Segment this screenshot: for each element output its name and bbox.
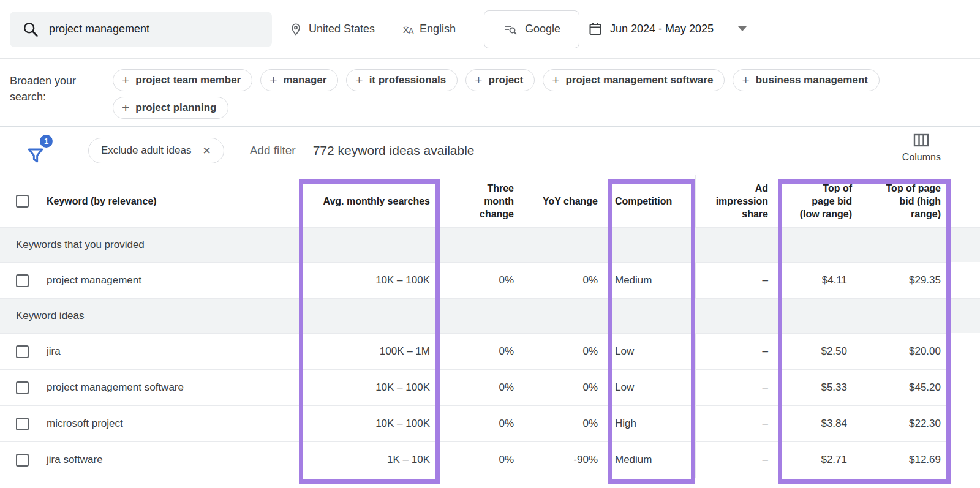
- columns-label: Columns: [902, 152, 941, 163]
- location-value: United States: [309, 23, 375, 36]
- ad-impression-share: –: [695, 406, 778, 441]
- header-top-bid-low[interactable]: Top of page bid (low range): [778, 175, 862, 227]
- yoy-change: 0%: [524, 406, 608, 441]
- ad-impression-share: –: [695, 442, 778, 478]
- row-checkbox[interactable]: [16, 345, 29, 358]
- three-month-change: 0%: [440, 370, 524, 405]
- avg-monthly-searches: 1K – 10K: [299, 442, 440, 478]
- row-checkbox[interactable]: [16, 454, 29, 467]
- broaden-chip-manager[interactable]: +manager: [260, 69, 338, 91]
- funnel-icon: [26, 146, 45, 165]
- search-icon: [22, 21, 39, 38]
- header-top-bid-high[interactable]: Top of page bid (high range): [862, 175, 951, 227]
- broaden-chip-it-professionals[interactable]: +it professionals: [346, 69, 458, 91]
- table-row: project management 10K – 100K 0% 0% Medi…: [0, 262, 951, 298]
- competition: Medium: [608, 263, 695, 298]
- network-value: Google: [525, 23, 560, 36]
- add-filter-button[interactable]: Add filter: [250, 144, 296, 157]
- calendar-icon: [588, 21, 603, 36]
- competition: Low: [608, 370, 695, 405]
- avg-monthly-searches: 100K – 1M: [299, 334, 440, 369]
- keyword-text: project management software: [47, 381, 184, 394]
- avg-monthly-searches: 10K – 100K: [299, 370, 440, 405]
- yoy-change: 0%: [524, 370, 608, 405]
- header-ad-impression-share[interactable]: Ad impression share: [695, 175, 778, 227]
- plus-icon: +: [355, 73, 363, 88]
- columns-button[interactable]: Columns: [902, 133, 941, 163]
- header-avg-monthly-searches[interactable]: Avg. monthly searches: [299, 175, 440, 227]
- plus-icon: +: [122, 100, 129, 115]
- columns-icon: [913, 133, 929, 148]
- keyword-text: project management: [47, 274, 141, 287]
- yoy-change: 0%: [524, 263, 608, 298]
- keyword-text: microsoft project: [47, 418, 123, 430]
- header-yoy-change[interactable]: YoY change: [524, 175, 608, 227]
- top-bid-low: $3.84: [778, 406, 862, 441]
- three-month-change: 0%: [440, 406, 524, 441]
- broaden-chip-project-planning[interactable]: +project planning: [113, 97, 228, 119]
- section-keywords-provided: Keywords that you provided: [0, 227, 980, 262]
- active-filter-chip[interactable]: Exclude adult ideas ✕: [88, 138, 224, 163]
- plus-icon: +: [475, 73, 482, 88]
- top-bid-high: $12.69: [862, 442, 951, 478]
- header-keyword: Keyword (by relevance): [0, 175, 299, 227]
- broaden-chip-business-management[interactable]: +business management: [733, 69, 880, 91]
- row-checkbox[interactable]: [16, 381, 29, 394]
- avg-monthly-searches: 10K – 100K: [299, 263, 440, 298]
- network-selector[interactable]: Google: [484, 10, 579, 48]
- select-all-checkbox[interactable]: [16, 195, 29, 208]
- table-header-row: Keyword (by relevance) Avg. monthly sear…: [0, 175, 951, 227]
- language-selector[interactable]: x̄A English: [403, 23, 456, 36]
- competition: High: [608, 406, 695, 441]
- top-bid-low: $4.11: [778, 263, 862, 298]
- translate-icon: x̄A: [403, 23, 413, 36]
- location-selector[interactable]: United States: [289, 23, 375, 36]
- yoy-change: -90%: [524, 442, 608, 478]
- three-month-change: 0%: [440, 442, 524, 478]
- header-three-month-change[interactable]: Three month change: [440, 175, 524, 227]
- plus-icon: +: [122, 73, 129, 88]
- row-checkbox[interactable]: [16, 418, 29, 430]
- table-row: project management software 10K – 100K 0…: [0, 369, 951, 405]
- broaden-search-label: Broaden your search:: [10, 69, 113, 126]
- avg-monthly-searches: 10K – 100K: [299, 406, 440, 441]
- top-bar: project management United States x̄A Eng…: [0, 0, 980, 59]
- search-network-icon: [503, 22, 518, 37]
- filter-button[interactable]: 1: [26, 135, 53, 167]
- ad-impression-share: –: [695, 263, 778, 298]
- active-filter-label: Exclude adult ideas: [101, 145, 191, 157]
- broaden-chip-project-management-software[interactable]: +project management software: [543, 69, 725, 91]
- three-month-change: 0%: [440, 334, 524, 369]
- ad-impression-share: –: [695, 334, 778, 369]
- top-bid-high: $20.00: [862, 334, 951, 369]
- results-summary: 772 keyword ideas available: [313, 143, 475, 158]
- filter-count-badge: 1: [40, 135, 53, 148]
- row-checkbox[interactable]: [16, 274, 29, 287]
- broaden-chip-list: +project team member +manager +it profes…: [113, 69, 970, 126]
- broaden-search-section: Broaden your search: +project team membe…: [0, 59, 980, 126]
- header-competition[interactable]: Competition: [608, 175, 695, 227]
- broaden-chip-project[interactable]: +project: [466, 69, 535, 91]
- keyword-text: jira: [47, 345, 61, 358]
- keyword-table: Keyword (by relevance) Avg. monthly sear…: [0, 175, 980, 488]
- broaden-chip-project-team-member[interactable]: +project team member: [113, 69, 252, 91]
- top-bid-high: $29.35: [862, 263, 951, 298]
- search-value: project management: [49, 23, 149, 36]
- yoy-change: 0%: [524, 334, 608, 369]
- keyword-text: jira software: [47, 454, 103, 466]
- filter-bar: 1 Exclude adult ideas ✕ Add filter 772 k…: [0, 127, 980, 175]
- top-bid-high: $45.20: [862, 370, 951, 405]
- table-row: microsoft project 10K – 100K 0% 0% High …: [0, 405, 951, 441]
- ad-impression-share: –: [695, 370, 778, 405]
- competition: Low: [608, 334, 695, 369]
- plus-icon: +: [742, 73, 749, 88]
- top-bid-low: $2.71: [778, 442, 862, 478]
- language-value: English: [420, 23, 456, 36]
- close-icon[interactable]: ✕: [202, 145, 211, 157]
- date-range-value: Jun 2024 - May 2025: [610, 23, 714, 36]
- plus-icon: +: [552, 73, 559, 88]
- section-keyword-ideas: Keyword ideas: [0, 298, 980, 333]
- date-range-selector[interactable]: Jun 2024 - May 2025: [583, 10, 756, 48]
- table-row: jira 100K – 1M 0% 0% Low – $2.50 $20.00: [0, 333, 951, 369]
- keyword-search-input[interactable]: project management: [10, 12, 272, 47]
